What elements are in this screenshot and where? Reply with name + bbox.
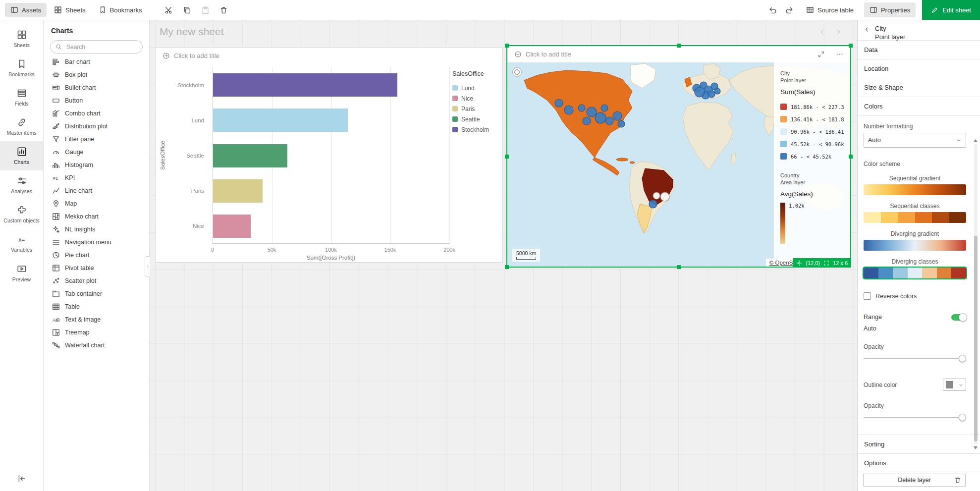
legend-item-stockholm[interactable]: Stockholm: [452, 124, 501, 135]
chart-type-tab-container[interactable]: Tab container: [44, 287, 149, 300]
undo-button[interactable]: [764, 0, 781, 20]
x-tick-label: 100k: [325, 247, 337, 253]
section-options[interactable]: Options: [858, 453, 980, 472]
scroll-up-arrow[interactable]: [974, 139, 978, 142]
sidebar-item-custom-objects[interactable]: Custom objects: [0, 200, 43, 229]
map-area[interactable]: City Point layer Sum(Sales) 181.86k - < …: [507, 62, 850, 267]
chart-type-line-chart[interactable]: Line chart: [44, 184, 149, 197]
section-size-shape[interactable]: Size & Shape: [858, 78, 980, 97]
scrollbar-thumb[interactable]: [974, 236, 978, 441]
collapse-charts-panel-button[interactable]: [145, 256, 150, 277]
edit-sheet-button[interactable]: Edit sheet: [922, 0, 980, 20]
section-data[interactable]: Data: [858, 40, 980, 59]
chart-type-bar-chart[interactable]: Bar chart: [44, 55, 149, 68]
toolbar-tab-bookmarks[interactable]: Bookmarks: [93, 3, 148, 17]
cut-icon[interactable]: [164, 6, 173, 14]
resize-handle-n[interactable]: [677, 44, 681, 48]
search-input[interactable]: [65, 43, 137, 51]
chart-type-histogram[interactable]: Histogram: [44, 159, 149, 171]
scheme-diverging-classes[interactable]: [864, 268, 966, 278]
fullscreen-icon[interactable]: [817, 51, 825, 58]
bar-chart-widget[interactable]: Click to add title SalesOffice Stockholm…: [155, 47, 503, 263]
chart-type-treemap[interactable]: Treemap: [44, 326, 149, 339]
chart-type-box-plot[interactable]: Box plot: [44, 68, 149, 81]
sidebar-item-analyses[interactable]: Analyses: [0, 170, 43, 200]
redo-button[interactable]: [781, 0, 798, 20]
bar-nice[interactable]: [213, 215, 251, 238]
sidebar-item-charts[interactable]: Charts: [0, 141, 43, 170]
legend-item-paris[interactable]: Paris: [452, 104, 501, 114]
scheme-sequential-gradient[interactable]: [864, 184, 966, 195]
map-widget[interactable]: Click to add title: [506, 45, 851, 268]
paste-icon[interactable]: [201, 6, 210, 14]
properties-button[interactable]: Properties: [864, 2, 916, 17]
source-table-button[interactable]: Source table: [801, 2, 859, 17]
chart-type-bullet-chart[interactable]: Bullet chart: [44, 81, 149, 94]
outline-opacity-slider[interactable]: [864, 414, 966, 422]
chart-type-pie-chart[interactable]: Pie chart: [44, 249, 149, 262]
scroll-down-arrow[interactable]: [974, 446, 978, 449]
charts-search[interactable]: [50, 40, 143, 54]
scheme-sequential-classes[interactable]: [864, 212, 966, 223]
previous-sheet-button[interactable]: [818, 28, 826, 36]
resize-handle-w[interactable]: [505, 155, 509, 159]
chart-type-combo-chart[interactable]: Combo chart: [44, 107, 149, 120]
bar-paris[interactable]: [213, 179, 263, 203]
toolbar-tab-assets[interactable]: Assets: [5, 3, 47, 17]
chart-type-waterfall-chart[interactable]: Waterfall chart: [44, 339, 149, 352]
properties-scrollbar[interactable]: [973, 139, 979, 449]
bar-stockholm[interactable]: [213, 73, 397, 97]
outline-color-dropdown[interactable]: [943, 379, 966, 391]
mekko-chart-icon: [52, 213, 60, 220]
scheme-diverging-gradient[interactable]: [864, 240, 966, 251]
chart-type-button[interactable]: Button: [44, 94, 149, 107]
map-info-button[interactable]: [512, 67, 522, 77]
resize-handle-nw[interactable]: [505, 44, 509, 48]
bar-seattle[interactable]: [213, 144, 287, 167]
collapse-rail-button[interactable]: [17, 474, 26, 483]
resize-handle-sw[interactable]: [505, 265, 509, 269]
legend-item-seattle[interactable]: Seattle: [452, 114, 501, 124]
opacity-slider[interactable]: [864, 355, 966, 363]
more-options-icon[interactable]: [836, 51, 843, 58]
chart-type-table[interactable]: Table: [44, 300, 149, 313]
bar-lund[interactable]: [213, 109, 348, 132]
range-toggle[interactable]: [951, 314, 966, 321]
resize-handle-ne[interactable]: [849, 44, 853, 48]
chart-type-pivot-table[interactable]: Pivot table: [44, 262, 149, 274]
sidebar-item-fields[interactable]: Fields: [0, 83, 43, 112]
chart-type-mekko-chart[interactable]: Mekko chart: [44, 210, 149, 223]
chart-type-gauge[interactable]: Gauge: [44, 146, 149, 159]
sidebar-item-master-items[interactable]: Master items: [0, 112, 43, 141]
section-location[interactable]: Location: [858, 59, 980, 78]
map-widget-header[interactable]: Click to add title: [507, 46, 850, 62]
legend-item-nice[interactable]: Nice: [452, 93, 501, 104]
section-sorting[interactable]: Sorting: [858, 435, 980, 453]
sidebar-item-variables[interactable]: x=Variables: [0, 229, 43, 258]
sidebar-item-preview[interactable]: Preview: [0, 259, 43, 288]
legend-item-lund[interactable]: Lund: [452, 83, 501, 93]
copy-icon[interactable]: [183, 6, 191, 14]
next-sheet-button[interactable]: [835, 28, 842, 36]
sidebar-item-bookmarks[interactable]: Bookmarks: [0, 54, 43, 83]
chart-type-kpi[interactable]: #1KPI: [44, 171, 149, 184]
chart-type-distribution-plot[interactable]: Distribution plot: [44, 120, 149, 133]
chart-type-scatter-plot[interactable]: Scatter plot: [44, 274, 149, 287]
section-colors[interactable]: Colors: [858, 97, 980, 115]
chart-type-nl-insights[interactable]: NL insights: [44, 223, 149, 236]
chart-type-text-image[interactable]: AaText & image: [44, 313, 149, 326]
bar-widget-header[interactable]: Click to add title: [156, 48, 502, 64]
delete-layer-button[interactable]: Delete layer: [863, 474, 966, 487]
chart-type-map[interactable]: Map: [44, 197, 149, 210]
toolbar-tab-sheets[interactable]: Sheets: [49, 3, 91, 17]
chart-type-filter-pane[interactable]: Filter pane: [44, 133, 149, 146]
back-button[interactable]: [864, 26, 870, 33]
resize-handle-e[interactable]: [849, 155, 853, 159]
resize-handle-s[interactable]: [677, 265, 681, 269]
sheet-canvas[interactable]: My new sheet Click to add title SalesOff…: [150, 20, 857, 491]
reverse-colors-checkbox[interactable]: [864, 292, 871, 300]
sidebar-item-sheets[interactable]: Sheets: [0, 24, 43, 54]
number-formatting-dropdown[interactable]: Auto: [864, 133, 966, 148]
chart-type-navigation-menu[interactable]: Navigation menu: [44, 236, 149, 249]
delete-icon[interactable]: [219, 6, 228, 14]
